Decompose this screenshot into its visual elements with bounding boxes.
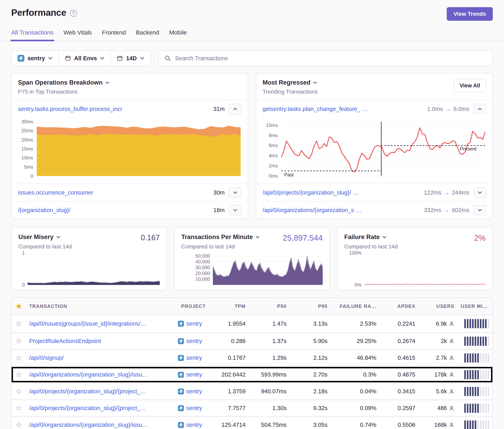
expand-button[interactable] <box>474 187 486 198</box>
project-filter[interactable]: sentry <box>12 51 59 66</box>
column-header-p95[interactable]: P95 <box>290 304 331 309</box>
table-row[interactable]: /api/0/issues|groups/{issue_id}/integrat… <box>12 315 492 332</box>
column-header-tpm[interactable]: TPM <box>217 304 249 309</box>
user-misery-bars <box>464 337 489 346</box>
transaction-link: /api/0/projects/{organization_slug}/{pro… <box>26 388 178 395</box>
p95-cell: 3.05s <box>290 422 331 428</box>
table-row[interactable]: /api/0/projects/{organization_slug}/{pro… <box>12 382 492 399</box>
apdex-cell: 0.5506 <box>380 422 419 428</box>
star-outline-icon <box>15 355 22 361</box>
column-header-failure-rate[interactable]: Failure Ra… <box>331 304 380 309</box>
regressed-item-link[interactable]: getsentry.tasks.plan_change_feature_ … <box>263 106 423 112</box>
span-item-value: 30m <box>214 189 225 196</box>
table-row[interactable]: ProjectRuleActionsEndpoint sentry 0.286 … <box>12 332 492 349</box>
regressed-item-link[interactable]: /api/0/projects/{organization_slug}/ … <box>263 189 420 196</box>
column-header-user-misery[interactable]: User Misery ↓ <box>458 304 492 309</box>
tab-mobile[interactable]: Mobile <box>169 29 187 41</box>
chevron-up-icon <box>233 107 237 110</box>
trend-change-value: 1.0ms → 6.0ms <box>427 106 469 112</box>
axis-tick-label: 10,000 <box>196 276 210 282</box>
table-row[interactable]: /api/0/organizations/{organization_slug}… <box>12 366 492 382</box>
tab-backend[interactable]: Backend <box>136 29 159 41</box>
p95-cell: 2.18s <box>290 388 331 395</box>
date-range-filter[interactable]: 14D <box>110 51 150 66</box>
span-item-link[interactable]: sentry.tasks.process_buffer.process_incr <box>18 106 209 112</box>
p95-cell: 3.13s <box>290 320 331 327</box>
expand-button[interactable] <box>229 205 241 215</box>
axis-tick-label: 50,000 <box>196 253 210 259</box>
column-header-apdex[interactable]: Apdex <box>380 304 419 309</box>
favorite-star-button[interactable] <box>12 422 26 429</box>
user-misery-cell <box>458 420 492 429</box>
tpm-cell: 1.9554 <box>217 320 249 327</box>
column-header-project[interactable]: Project <box>178 304 217 309</box>
chevron-down-icon <box>256 236 260 238</box>
axis-tick-label: 20,000 <box>196 271 210 276</box>
search-bar <box>158 50 493 66</box>
chevron-up-icon <box>478 107 482 110</box>
environment-filter[interactable]: All Envs <box>59 51 110 66</box>
favorite-star-button[interactable] <box>12 355 26 361</box>
chevron-down-icon <box>56 236 60 238</box>
column-header-transaction[interactable]: Transaction <box>26 304 178 309</box>
regressed-item-link[interactable]: /api/0/organizations/{organization_s … <box>263 207 420 213</box>
tpm-chart: 50,00040,00030,00020,00010,000 <box>181 253 323 285</box>
expand-button[interactable] <box>474 205 486 215</box>
column-header-users[interactable]: Users <box>419 304 458 309</box>
apdex-cell: 0.4875 <box>380 371 419 378</box>
project-link: sentry <box>178 405 217 411</box>
python-project-icon <box>178 388 184 394</box>
favorite-star-button[interactable] <box>12 405 26 412</box>
failure-rate-card: Failure Rate Compared to last 14d 2% 100… <box>337 227 493 290</box>
project-link: sentry <box>178 371 217 378</box>
table-row[interactable]: /api/0/organizations/{organization_slug}… <box>12 416 492 429</box>
span-operations-title-dropdown[interactable]: Span Operations Breakdown <box>18 79 109 86</box>
chevron-down-icon <box>100 57 104 60</box>
tab-frontend[interactable]: Frontend <box>102 29 126 41</box>
collapse-button[interactable] <box>474 104 486 114</box>
expand-button[interactable] <box>229 187 241 198</box>
table-row[interactable]: /api/0/projects/{organization_slug}/{pro… <box>12 399 492 416</box>
help-icon[interactable]: ? <box>70 9 77 17</box>
view-trends-button[interactable]: View Trends <box>447 7 493 21</box>
page-title: Performance <box>11 7 66 18</box>
tab-all-transactions[interactable]: All Transactions <box>11 29 54 41</box>
view-all-button[interactable]: View All <box>454 79 486 92</box>
tpm-cell: 7.7577 <box>217 405 249 411</box>
span-item-link[interactable]: /{organization_slug}/ <box>18 207 209 213</box>
user-misery-bars <box>464 370 489 379</box>
star-column-header[interactable] <box>12 303 26 310</box>
search-input[interactable] <box>175 55 487 62</box>
tpm-title-dropdown[interactable]: Transactions Per Minute <box>181 233 260 241</box>
transaction-link: /api/0/organizations/{organization_slug}… <box>26 422 178 428</box>
span-item-expanded: sentry.tasks.process_buffer.process_incr… <box>12 100 248 118</box>
favorite-star-button[interactable] <box>12 338 26 345</box>
favorite-star-button[interactable] <box>12 388 26 395</box>
span-item-link[interactable]: issues.occurrence_consumer <box>18 189 209 196</box>
tpm-cell: 1.3759 <box>217 388 249 395</box>
chevron-down-icon <box>233 209 237 211</box>
table-row[interactable]: /api/0/signup/ sentry 0.1767 1.29s 2.12s… <box>12 349 492 366</box>
tab-web-vitals[interactable]: Web Vitals <box>63 29 92 41</box>
user-misery-title-dropdown[interactable]: User Misery <box>18 233 72 241</box>
search-icon <box>164 55 171 62</box>
regressed-item-expanded: getsentry.tasks.plan_change_feature_ … 1… <box>256 100 492 118</box>
user-misery-chart: 10 <box>18 253 160 285</box>
most-regressed-title-dropdown[interactable]: Most Regressed <box>263 79 318 86</box>
axis-tick-label: 30ms <box>21 119 33 124</box>
user-misery-value: 0.167 <box>141 233 160 242</box>
transaction-link: /api/0/projects/{organization_slug}/{pro… <box>26 405 178 411</box>
user-icon <box>449 422 454 428</box>
star-outline-icon <box>15 338 22 345</box>
user-misery-cell <box>458 387 492 396</box>
trend-change-value: 332ms → 602ms <box>424 207 469 213</box>
favorite-star-button[interactable] <box>12 320 26 327</box>
span-operations-chart: 30ms25ms20ms15ms10ms5ms0 <box>12 118 248 184</box>
column-header-p50[interactable]: P50 <box>249 304 290 309</box>
failure-rate-title-dropdown[interactable]: Failure Rate <box>344 233 398 241</box>
star-filled-icon <box>15 303 22 310</box>
favorite-star-button[interactable] <box>12 371 26 378</box>
axis-tick-label: 0 <box>31 173 33 179</box>
p50-cell: 504.75ms <box>249 422 290 428</box>
collapse-button[interactable] <box>229 104 241 114</box>
